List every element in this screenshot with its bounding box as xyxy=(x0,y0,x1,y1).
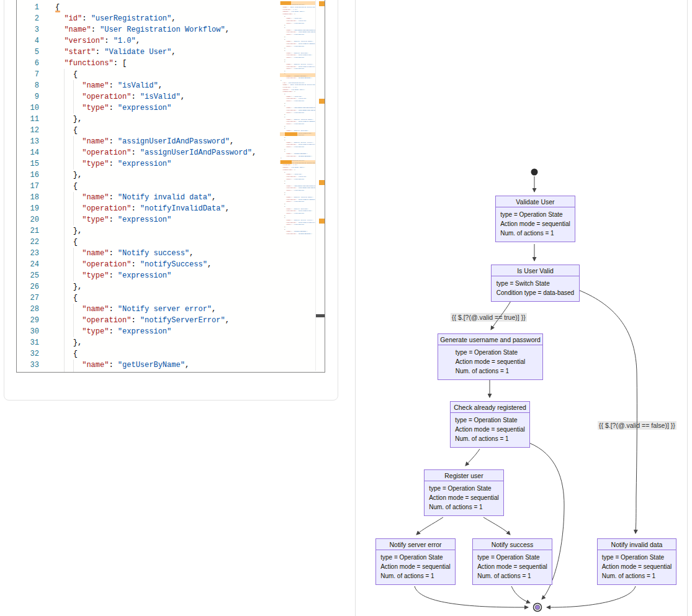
code-line[interactable]: 8 "name": "isValid", xyxy=(17,80,280,91)
code-line[interactable]: 4 "version": "1.0", xyxy=(17,35,280,47)
page: 1{2 "id": "userRegistration",3 "name": "… xyxy=(0,0,692,616)
indent-guide xyxy=(73,304,74,337)
workflow-edges xyxy=(356,1,687,616)
line-number: 13 xyxy=(17,136,39,147)
line-number: 21 xyxy=(17,225,39,237)
line-number: 6 xyxy=(17,58,39,69)
line-number: 12 xyxy=(17,125,39,136)
scrollbar-position-mark[interactable] xyxy=(316,314,325,317)
code-line[interactable]: 20 "type": "expression" xyxy=(17,214,280,225)
state-node-generate-username-password: Generate username and password type = Op… xyxy=(438,333,543,380)
line-number: 18 xyxy=(17,192,39,203)
node-title: Is User Valid xyxy=(492,265,579,276)
minimap-highlight xyxy=(280,132,315,136)
state-node-check-already-registered: Check already registered type = Operatio… xyxy=(450,401,530,448)
code-line[interactable]: 11 }, xyxy=(17,114,280,125)
overview-ruler[interactable] xyxy=(315,0,325,371)
diagram-panel: {{ $.[?(@.valid == true)] }} {{ $.[?(@.v… xyxy=(355,0,688,616)
node-body: type = Operation State Action mode = seq… xyxy=(425,481,503,515)
node-body: type = Operation State Action mode = seq… xyxy=(473,550,552,584)
line-number: 8 xyxy=(17,80,39,91)
minimap[interactable]: { "id": "userRegistration", "name": "Use… xyxy=(280,0,315,241)
state-node-validate-user: Validate User type = Operation State Act… xyxy=(495,196,575,242)
workflow-diagram: {{ $.[?(@.valid == true)] }} {{ $.[?(@.v… xyxy=(356,1,687,616)
code-line[interactable]: 6 "functions": [ xyxy=(17,58,280,69)
minimap-highlight xyxy=(280,73,315,77)
ruler-marker xyxy=(319,180,325,185)
code-line[interactable]: 12 { xyxy=(17,125,280,136)
code-line[interactable]: 23 "name": "Notify success", xyxy=(17,248,280,259)
node-title: Generate username and password xyxy=(438,334,542,345)
code-line[interactable]: 29 "operation": "notifyServerError", xyxy=(17,315,280,326)
start-node xyxy=(531,169,538,176)
node-title: Validate User xyxy=(496,196,575,207)
code-line[interactable]: 5 "start": "Validate User", xyxy=(17,47,280,58)
line-number: 15 xyxy=(17,158,39,170)
state-node-is-user-valid: Is User Valid type = Switch State Condit… xyxy=(491,265,580,302)
edge-label-valid-true: {{ $.[?(@.valid == true)] }} xyxy=(451,313,527,322)
code-editor-card: 1{2 "id": "userRegistration",3 "name": "… xyxy=(4,0,338,401)
edge-label-valid-false: {{ $.[?(@.valid == false)] }} xyxy=(598,421,676,430)
line-number: 2 xyxy=(17,13,39,24)
node-body: type = Operation State Action mode = seq… xyxy=(598,550,676,584)
line-number: 22 xyxy=(17,237,39,248)
code-line[interactable]: 16 }, xyxy=(17,170,280,181)
line-number: 4 xyxy=(17,35,39,47)
line-number: 27 xyxy=(17,292,39,304)
code-line[interactable]: 13 "name": "assignUserIdAndPassword", xyxy=(17,136,280,147)
code-line[interactable]: 9 "operation": "isValid", xyxy=(17,91,280,102)
code-line[interactable]: 3 "name": "User Registration Workflow", xyxy=(17,24,280,35)
line-number: 33 xyxy=(17,360,39,371)
node-body: type = Operation State Action mode = seq… xyxy=(438,345,542,379)
node-body: type = Switch State Condition type = dat… xyxy=(492,276,579,301)
ruler-marker xyxy=(319,219,325,224)
code-line[interactable]: 2 "id": "userRegistration", xyxy=(17,13,280,24)
code-line[interactable]: 22 { xyxy=(17,237,280,248)
code-line[interactable]: 24 "operation": "notifySuccess", xyxy=(17,259,280,270)
line-number: 16 xyxy=(17,170,39,181)
code-line[interactable]: 34 "operation": "getUserByName", xyxy=(17,371,280,373)
line-number: 14 xyxy=(17,147,39,158)
line-number: 31 xyxy=(17,337,39,348)
ruler-marker xyxy=(319,99,325,104)
code-line[interactable]: 21 }, xyxy=(17,225,280,237)
node-title: Notify server error xyxy=(376,539,455,550)
line-number: 23 xyxy=(17,248,39,259)
code-line[interactable]: 27 { xyxy=(17,292,280,304)
indent-guide xyxy=(73,80,74,114)
minimap-highlight xyxy=(280,160,315,164)
state-node-register-user: Register user type = Operation State Act… xyxy=(424,469,504,516)
code-line[interactable]: 25 "type": "expression" xyxy=(17,270,280,281)
code-line[interactable]: 19 "operation": "notifyInvalidData", xyxy=(17,203,280,214)
node-title: Check already registered xyxy=(451,402,529,413)
code-line[interactable]: 7 { xyxy=(17,69,280,80)
node-body: type = Operation State Action mode = seq… xyxy=(376,550,455,584)
node-title: Register user xyxy=(425,470,503,481)
code-line[interactable]: 28 "name": "Notify server error", xyxy=(17,304,280,315)
code-line[interactable]: 17 { xyxy=(17,181,280,192)
code-line[interactable]: 14 "operation": "assignUserIdAndPassword… xyxy=(17,147,280,158)
line-number: 32 xyxy=(17,348,39,360)
code-line[interactable]: 33 "name": "getUserByName", xyxy=(17,360,280,371)
code-line[interactable]: 31 }, xyxy=(17,337,280,348)
code-area[interactable]: 1{2 "id": "userRegistration",3 "name": "… xyxy=(17,2,280,373)
code-line[interactable]: 26 }, xyxy=(17,281,280,292)
bracket-match-highlight xyxy=(55,11,60,12)
node-title: Notify invalid data xyxy=(598,539,676,550)
code-line[interactable]: 15 "type": "expression" xyxy=(17,158,280,170)
line-number: 30 xyxy=(17,326,39,337)
line-number: 9 xyxy=(17,91,39,102)
ruler-marker xyxy=(319,1,325,6)
node-body: type = Operation State Action mode = seq… xyxy=(496,207,575,242)
line-number: 28 xyxy=(17,304,39,315)
code-line[interactable]: 32 { xyxy=(17,348,280,360)
code-line[interactable]: 30 "type": "expression" xyxy=(17,326,280,337)
end-node xyxy=(534,604,542,612)
code-line[interactable]: 10 "type": "expression" xyxy=(17,102,280,114)
line-number: 5 xyxy=(17,47,39,58)
indent-guide xyxy=(64,69,65,372)
code-line[interactable]: 18 "name": "Notify invalid data", xyxy=(17,192,280,203)
line-number: 19 xyxy=(17,203,39,214)
state-node-notify-server-error: Notify server error type = Operation Sta… xyxy=(375,538,456,585)
json-editor[interactable]: 1{2 "id": "userRegistration",3 "name": "… xyxy=(16,0,325,373)
